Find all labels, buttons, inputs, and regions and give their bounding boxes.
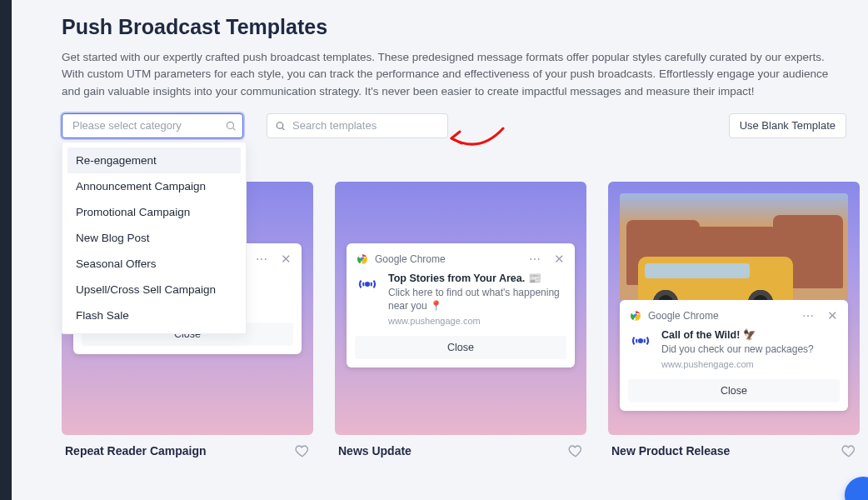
svg-point-0 bbox=[227, 122, 233, 128]
search-wrap bbox=[267, 113, 448, 138]
search-input[interactable] bbox=[267, 113, 448, 138]
category-option-announcement[interactable]: Announcement Campaign bbox=[67, 173, 241, 199]
more-icon[interactable]: ⋯ bbox=[529, 252, 542, 266]
broadcast-icon bbox=[357, 273, 378, 327]
close-icon[interactable]: ✕ bbox=[822, 308, 838, 323]
help-bubble-icon[interactable] bbox=[845, 477, 868, 500]
hero-image bbox=[620, 193, 848, 300]
template-title: News Update bbox=[338, 444, 412, 458]
notification-close-button[interactable]: Close bbox=[628, 379, 840, 402]
more-icon[interactable]: ⋯ bbox=[802, 309, 816, 322]
category-dropdown: Re-engagement Announcement Campaign Prom… bbox=[62, 142, 247, 334]
svg-line-1 bbox=[233, 128, 236, 130]
svg-point-2 bbox=[277, 122, 283, 128]
close-icon[interactable]: ✕ bbox=[276, 252, 292, 267]
category-option-promotional[interactable]: Promotional Campaign bbox=[67, 199, 241, 225]
notification-text: Did you check our new packages? bbox=[661, 342, 814, 356]
category-option-seasonal[interactable]: Seasonal Offers bbox=[67, 251, 241, 277]
use-blank-template-button[interactable]: Use Blank Template bbox=[729, 113, 846, 138]
push-notification-preview: Google Chrome ⋯ ✕ Top Stories from Your … bbox=[347, 243, 575, 368]
favorite-icon[interactable] bbox=[568, 443, 583, 458]
search-icon bbox=[225, 120, 237, 132]
notification-brand: Google Chrome bbox=[648, 310, 719, 322]
template-title: Repeat Reader Campaign bbox=[65, 444, 207, 458]
category-option-re-engagement[interactable]: Re-engagement bbox=[67, 148, 241, 173]
notification-headline: Top Stories from Your Area. 📰 bbox=[388, 272, 565, 285]
svg-point-9 bbox=[366, 282, 369, 286]
push-notification-preview: Google Chrome ⋯ ✕ Call of the Wild! 🦅 Di… bbox=[620, 300, 848, 411]
chrome-icon bbox=[357, 253, 368, 265]
template-title: New Product Release bbox=[611, 444, 730, 458]
broadcast-icon bbox=[630, 330, 651, 369]
favorite-icon[interactable] bbox=[295, 443, 310, 458]
notification-close-button[interactable]: Close bbox=[355, 336, 566, 359]
category-option-new-blog[interactable]: New Blog Post bbox=[67, 225, 241, 251]
notification-text: Click here to find out what's happening … bbox=[388, 286, 565, 312]
svg-point-12 bbox=[639, 339, 642, 342]
page-title: Push Broadcast Templates bbox=[62, 15, 846, 39]
left-rail bbox=[0, 0, 12, 500]
notification-source: www.pushengage.com bbox=[388, 316, 565, 326]
close-icon[interactable]: ✕ bbox=[549, 252, 565, 267]
page-subtitle: Get started with our expertly crafted pu… bbox=[62, 49, 845, 100]
favorite-icon[interactable] bbox=[841, 443, 856, 458]
notification-brand: Google Chrome bbox=[375, 253, 446, 265]
template-card[interactable]: Google Chrome ⋯ ✕ Call of the Wild! 🦅 Di… bbox=[608, 182, 860, 435]
notification-headline: Call of the Wild! 🦅 bbox=[661, 328, 814, 342]
more-icon[interactable]: ⋯ bbox=[256, 252, 269, 266]
search-icon bbox=[275, 120, 286, 131]
chrome-icon bbox=[630, 310, 641, 322]
category-input[interactable] bbox=[62, 113, 243, 138]
category-option-upsell[interactable]: Upsell/Cross Sell Campaign bbox=[67, 277, 241, 302]
van-illustration bbox=[638, 257, 793, 300]
template-card[interactable]: Google Chrome ⋯ ✕ Top Stories from Your … bbox=[335, 182, 586, 435]
svg-line-3 bbox=[282, 128, 284, 129]
category-option-flash-sale[interactable]: Flash Sale bbox=[67, 302, 241, 328]
notification-source: www.pushengage.com bbox=[661, 359, 814, 369]
category-combobox[interactable]: Re-engagement Announcement Campaign Prom… bbox=[62, 113, 243, 138]
